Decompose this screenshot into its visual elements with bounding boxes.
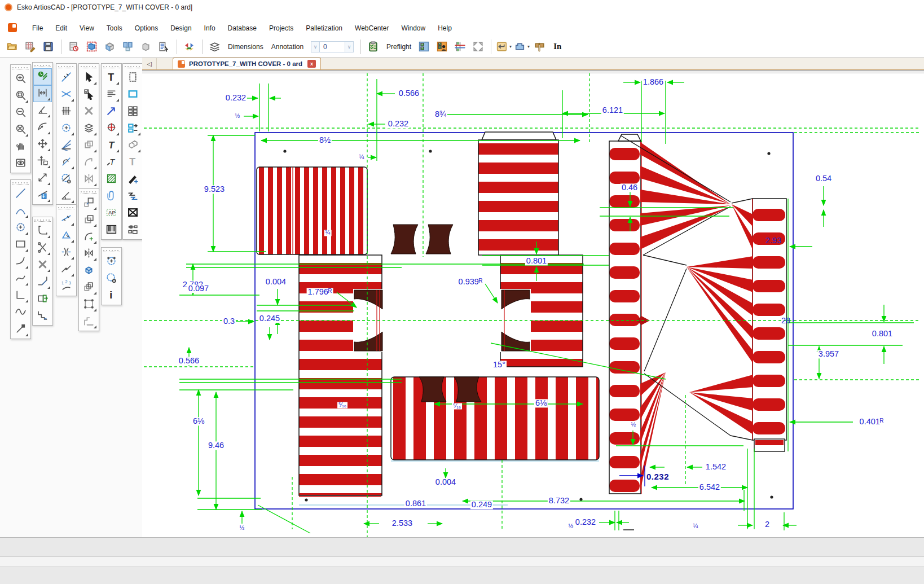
tool-scissors[interactable] — [33, 240, 52, 257]
palette-drag-handle[interactable] — [81, 65, 97, 68]
tool-palette-0[interactable] — [10, 64, 31, 173]
tool-rectangle[interactable] — [11, 236, 30, 253]
tool-rounded-group[interactable] — [80, 296, 98, 313]
tool-circle-remove[interactable] — [102, 270, 121, 287]
palette-drag-handle[interactable] — [58, 65, 74, 68]
tool-rebuild[interactable] — [33, 68, 52, 85]
zoom-value[interactable]: 0 — [320, 41, 345, 52]
menu-edit[interactable]: Edit — [49, 22, 73, 34]
tool-wave[interactable] — [11, 304, 30, 321]
drawing-canvas[interactable] — [142, 70, 924, 537]
tool-corner-stairs[interactable] — [80, 313, 98, 330]
tool-point-move[interactable] — [11, 321, 30, 338]
tool-arc[interactable] — [11, 203, 30, 219]
tool-palette-5[interactable]: 123 — [56, 204, 77, 296]
tool-step-tool[interactable] — [33, 308, 52, 324]
tool-arc-gray[interactable] — [80, 154, 98, 171]
tool-scale-box[interactable] — [80, 195, 98, 212]
zoom-combo[interactable]: ∨0∨ — [311, 41, 354, 52]
toolbar-label-dims_label[interactable]: Dimensions — [228, 43, 263, 51]
tool-measure-dist[interactable] — [33, 85, 52, 102]
tool-select-cursor[interactable] — [80, 69, 98, 86]
tool-preview-eye[interactable] — [11, 155, 30, 172]
tool-zoom-in[interactable] — [11, 71, 30, 87]
toolbar-label-preflight_label[interactable]: Preflight — [386, 43, 411, 51]
tool-layer-stack[interactable] — [80, 120, 98, 137]
tool-zoom-scale[interactable] — [11, 121, 30, 138]
menu-database[interactable]: Database — [222, 22, 263, 34]
tool-circle-cancel[interactable] — [57, 171, 76, 188]
tool-stack-copies[interactable] — [80, 279, 98, 296]
save-button[interactable] — [40, 38, 57, 55]
tool-barcode[interactable] — [102, 222, 121, 239]
tool-select-check[interactable] — [80, 86, 98, 103]
tool-corner[interactable] — [11, 287, 30, 304]
tool-slope-line[interactable] — [57, 210, 76, 227]
palette-drag-handle[interactable] — [12, 66, 29, 69]
tool-palette-8[interactable]: TTTAP — [101, 63, 122, 240]
toolbar-label-annotation_label[interactable]: Annotation — [271, 43, 303, 51]
tool-quick-adjust[interactable] — [33, 187, 52, 204]
menu-webcenter[interactable]: WebCenter — [349, 22, 395, 34]
tool-paren-arc[interactable] — [57, 244, 76, 261]
menu-info[interactable]: Info — [198, 22, 222, 34]
tool-grid-split[interactable] — [124, 120, 142, 137]
tool-text-gray[interactable]: T — [124, 154, 142, 171]
tool-break-line[interactable] — [57, 261, 76, 278]
tool-stretch-green[interactable] — [33, 291, 52, 308]
menu-design[interactable]: Design — [164, 22, 197, 34]
tool-palette-10[interactable]: T — [122, 63, 143, 240]
section-button[interactable] — [452, 38, 469, 55]
align-copies-button[interactable] — [120, 38, 137, 55]
check-blue-button[interactable] — [416, 38, 433, 55]
palette-drag-handle[interactable] — [103, 249, 120, 252]
tool-cons-line[interactable] — [57, 69, 76, 86]
tool-palette-3[interactable] — [32, 217, 53, 326]
menu-tools[interactable]: Tools — [100, 22, 129, 34]
counter-button[interactable]: ▾ — [513, 38, 530, 55]
menu-projects[interactable]: Projects — [263, 22, 300, 34]
template-button[interactable] — [22, 38, 39, 55]
tool-chamfer[interactable] — [33, 274, 52, 291]
tab-scroll-left-button[interactable]: ◁ — [142, 58, 157, 69]
tool-move-copy[interactable] — [33, 153, 52, 170]
tool-mirror-move[interactable] — [80, 245, 98, 262]
preflight-button[interactable] — [365, 38, 382, 55]
tool-dim-target[interactable] — [102, 120, 121, 137]
tool-cons-fence[interactable] — [57, 103, 76, 120]
tool-zoom-window[interactable] — [11, 87, 30, 104]
tool-hatch-fill[interactable] — [102, 171, 121, 188]
menu-view[interactable]: View — [73, 22, 100, 34]
tool-frame-box[interactable] — [124, 86, 142, 103]
tool-cube-blue[interactable] — [80, 262, 98, 279]
tool-circle-add[interactable] — [102, 253, 121, 270]
tool-pen-plus[interactable] — [124, 171, 142, 188]
tool-text[interactable]: T — [102, 69, 121, 86]
tool-cube-copy[interactable] — [124, 137, 142, 154]
shape-select-button[interactable] — [83, 38, 100, 55]
tool-delete-x[interactable] — [33, 257, 52, 274]
tsquare-button[interactable] — [531, 38, 548, 55]
tool-zoom-out[interactable] — [11, 104, 30, 121]
tool-zigzag[interactable] — [124, 188, 142, 205]
palette-drag-handle[interactable] — [125, 65, 141, 68]
tool-tri-select[interactable] — [57, 227, 76, 244]
combo-caret-left[interactable]: ∨ — [311, 41, 320, 52]
tool-line[interactable] — [11, 186, 30, 203]
tool-palette-4[interactable] — [56, 63, 77, 206]
menu-options[interactable]: Options — [129, 22, 164, 34]
tool-measure-radius[interactable] — [33, 119, 52, 136]
spec-sheet-button[interactable] — [156, 38, 173, 55]
palette-drag-handle[interactable] — [34, 218, 51, 222]
fit-view-button[interactable] — [470, 38, 487, 55]
tool-arc-tangent[interactable] — [11, 253, 30, 270]
tool-palette-7[interactable] — [78, 188, 99, 331]
dims-icon-button[interactable] — [206, 38, 223, 55]
tool-palette-9[interactable]: i — [101, 247, 122, 305]
tool-arrow-ne[interactable] — [102, 103, 121, 120]
tool-text-italic[interactable]: T — [102, 137, 121, 154]
tool-cons-cross[interactable] — [57, 86, 76, 103]
tool-dup-copy[interactable] — [80, 212, 98, 229]
menu-palletization[interactable]: Palletization — [300, 22, 349, 34]
tab-document[interactable]: PROTOTYPE_7_WITH COVER - 0 ard x — [173, 58, 321, 69]
